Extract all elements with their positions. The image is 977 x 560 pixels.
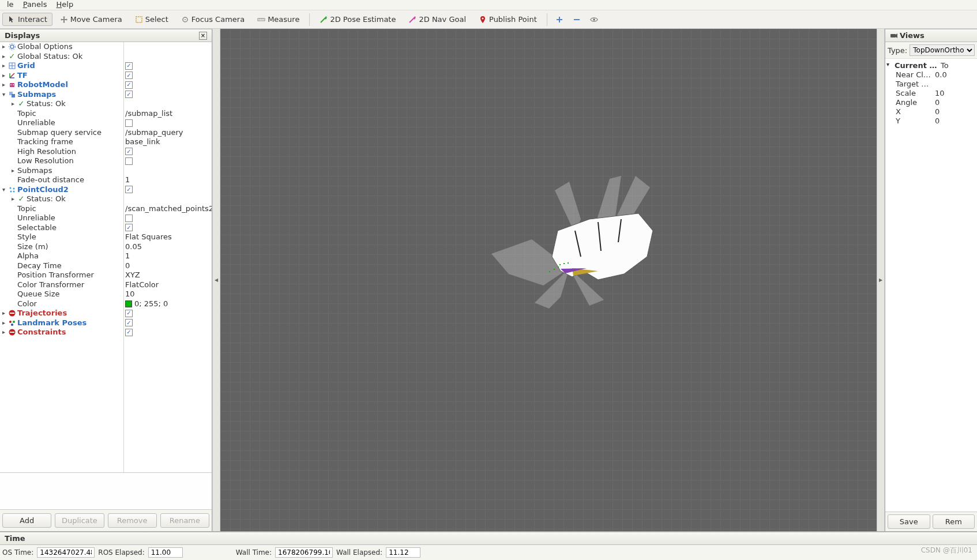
menu-help[interactable]: HHelpelp <box>51 0 78 10</box>
tree-value[interactable]: XYZ <box>124 270 212 280</box>
eye-icon[interactable] <box>590 16 598 24</box>
tree-value[interactable]: ✓ <box>124 90 212 100</box>
tree-item[interactable]: ▸Submaps <box>0 166 123 176</box>
tree-item[interactable]: ▸RobotModel <box>0 80 123 90</box>
tree-value[interactable]: /scan_matched_points2 <box>124 204 212 214</box>
tree-item[interactable]: Color Transformer <box>0 280 123 290</box>
tree-value[interactable]: ✓ <box>124 61 212 71</box>
view-property-row[interactable]: Near Cl…0.0 <box>886 70 976 80</box>
tree-item[interactable]: ▸Global Options <box>0 42 123 52</box>
view-property-row[interactable]: Angle0 <box>886 98 976 107</box>
tree-item[interactable]: Unreliable <box>0 213 123 223</box>
tree-value[interactable]: ✓ <box>124 328 212 337</box>
menu-file[interactable]: le <box>2 0 18 10</box>
ros-time-input[interactable] <box>37 547 95 558</box>
tree-value[interactable]: 1 <box>124 251 212 261</box>
tree-value[interactable]: 1 <box>124 175 212 185</box>
splitter-right[interactable]: ▶ <box>877 29 885 531</box>
view-property-row[interactable]: Y0 <box>886 116 976 126</box>
focus-camera-button[interactable]: Focus Camera <box>176 13 250 26</box>
tree-value[interactable]: base_link <box>124 137 212 147</box>
tree-item[interactable]: ▸✓Status: Ok <box>0 194 123 204</box>
view-type-select[interactable]: TopDownOrtho <box>910 44 975 56</box>
tree-value[interactable] <box>124 118 212 128</box>
tree-item[interactable]: Queue Size <box>0 290 123 299</box>
tree-value[interactable]: 0.05 <box>124 242 212 252</box>
tree-value[interactable]: ✓ <box>124 318 212 328</box>
tree-value[interactable] <box>124 42 212 52</box>
publish-point-button[interactable]: Publish Point <box>474 13 542 26</box>
tree-item[interactable]: Selectable <box>0 223 123 233</box>
minus-icon[interactable] <box>573 16 581 24</box>
tree-item[interactable]: Position Transformer <box>0 270 123 280</box>
tree-value[interactable]: ✓ <box>124 223 212 233</box>
tree-item[interactable]: Topic <box>0 109 123 119</box>
tree-value[interactable]: 10 <box>124 290 212 299</box>
tree-item[interactable]: Color <box>0 299 123 309</box>
tree-value[interactable]: ✓ <box>124 71 212 81</box>
tree-item[interactable]: Style <box>0 232 123 242</box>
view-property-row[interactable]: Target … <box>886 80 976 89</box>
view-property-row[interactable]: Scale10 <box>886 89 976 98</box>
tree-item[interactable]: ▾PointCloud2 <box>0 185 123 195</box>
remove-view-button[interactable]: Rem <box>933 514 975 529</box>
tree-value[interactable] <box>124 194 212 204</box>
tree-value[interactable] <box>124 156 212 166</box>
tree-item[interactable]: ▸TF <box>0 71 123 81</box>
ros-elapsed-input[interactable] <box>148 547 183 558</box>
tree-item[interactable]: ▾Submaps <box>0 90 123 100</box>
menu-panels[interactable]: PPanelsanels <box>18 0 52 10</box>
move-camera-button[interactable]: Move Camera <box>55 13 127 26</box>
rename-button[interactable]: Rename <box>160 513 209 528</box>
tree-item[interactable]: ▸Landmark Poses <box>0 318 123 328</box>
tree-item[interactable]: Tracking frame <box>0 137 123 147</box>
tree-item[interactable]: High Resolution <box>0 147 123 157</box>
tree-item[interactable]: Alpha <box>0 251 123 261</box>
tree-value[interactable]: ✓ <box>124 80 212 90</box>
viewport-3d[interactable] <box>220 29 877 531</box>
tree-item[interactable]: Submap query service <box>0 128 123 138</box>
tree-item[interactable]: Size (m) <box>0 242 123 252</box>
nav-goal-button[interactable]: 2D Nav Goal <box>403 13 471 26</box>
views-properties[interactable]: ▾Current V…ToNear Cl…0.0Target …Scale10A… <box>885 59 977 512</box>
displays-tree[interactable]: ▸Global Options▸✓Global Status: Ok▸Grid▸… <box>0 42 212 472</box>
select-button[interactable]: Select <box>130 13 174 26</box>
tree-value[interactable] <box>124 99 212 109</box>
tree-item[interactable]: ▸✓Status: Ok <box>0 99 123 109</box>
duplicate-button[interactable]: Duplicate <box>55 513 104 528</box>
close-icon[interactable]: × <box>199 32 207 40</box>
tree-item[interactable]: Topic <box>0 204 123 214</box>
tree-value[interactable] <box>124 52 212 62</box>
pose-estimate-button[interactable]: 2D Pose Estimate <box>314 13 401 26</box>
add-button[interactable]: Add <box>2 513 51 528</box>
tree-value[interactable]: /submap_list <box>124 109 212 119</box>
tree-value[interactable]: 0; 255; 0 <box>124 299 212 309</box>
wall-elapsed-input[interactable] <box>386 547 420 558</box>
save-view-button[interactable]: Save <box>888 514 930 529</box>
tree-value[interactable]: Flat Squares <box>124 232 212 242</box>
tree-item[interactable]: Decay Time <box>0 261 123 271</box>
tree-item[interactable]: ▸Grid <box>0 61 123 71</box>
tree-value[interactable]: /submap_query <box>124 128 212 138</box>
tree-value[interactable]: ✓ <box>124 185 212 195</box>
view-property-row[interactable]: ▾Current V…To <box>886 61 976 70</box>
tree-item[interactable]: Low Resolution <box>0 156 123 166</box>
tree-item[interactable]: ▸Trajectories <box>0 309 123 318</box>
measure-button[interactable]: Measure <box>252 13 305 26</box>
tree-item[interactable]: ▸✓Global Status: Ok <box>0 52 123 62</box>
tree-item[interactable]: ▸Constraints <box>0 328 123 337</box>
tree-value[interactable] <box>124 166 212 176</box>
tree-item[interactable]: Unreliable <box>0 118 123 128</box>
tree-value[interactable]: 0 <box>124 261 212 271</box>
tree-value[interactable]: FlatColor <box>124 280 212 290</box>
interact-button[interactable]: Interact <box>2 13 52 26</box>
plus-icon[interactable] <box>555 16 563 24</box>
tree-value[interactable] <box>124 213 212 223</box>
remove-button[interactable]: Remove <box>108 513 157 528</box>
tree-item[interactable]: Fade-out distance <box>0 175 123 185</box>
tree-value[interactable]: ✓ <box>124 147 212 157</box>
tree-value[interactable]: ✓ <box>124 309 212 318</box>
view-property-row[interactable]: X0 <box>886 107 976 116</box>
wall-time-input[interactable] <box>275 547 333 558</box>
splitter-left[interactable]: ◀ <box>212 29 220 531</box>
